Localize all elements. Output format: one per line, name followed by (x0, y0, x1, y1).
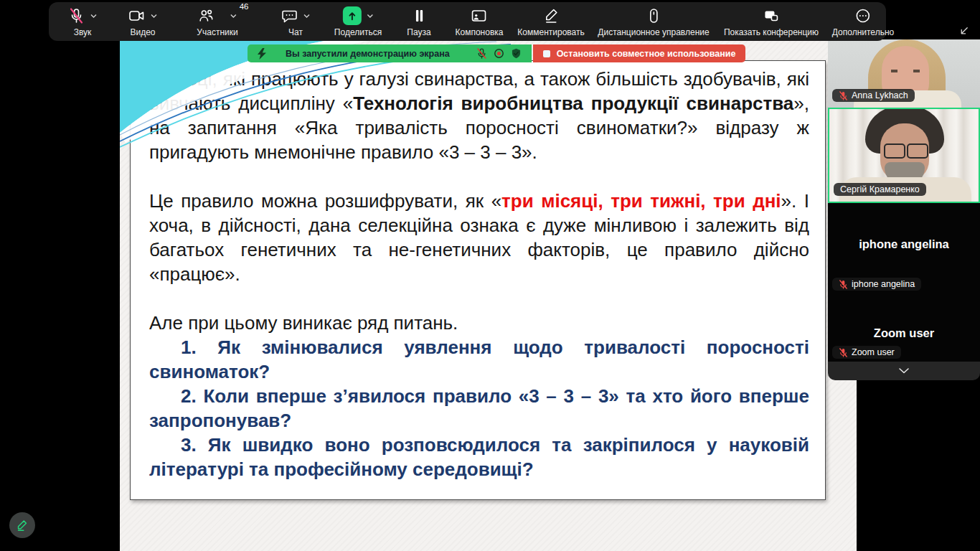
shared-screen-slide: Фахівці, які працюють у галузі свинарств… (120, 41, 857, 551)
toolbar-label-pause: Пауза (407, 27, 430, 37)
participant-center-name: iphone angelina (828, 237, 980, 251)
chevron-down-icon[interactable] (230, 13, 237, 19)
collapse-videos-button[interactable] (828, 362, 980, 380)
toolbar-button-remote-control[interactable]: Дистанционное управление (598, 6, 709, 37)
collapse-panel-icon[interactable] (958, 26, 969, 39)
toolbar-label-share: Поделиться (334, 27, 382, 37)
sharing-status: Вы запустили демонстрацию экрана (248, 44, 532, 62)
toolbar-label-audio: Звук (74, 27, 92, 37)
chevron-down-icon[interactable] (366, 13, 373, 19)
annotate-fab-button[interactable] (9, 512, 35, 538)
microphone-muted-icon (839, 280, 848, 289)
toolbar-label-remote-control: Дистанционное управление (598, 27, 709, 37)
microphone-muted-icon (839, 91, 848, 100)
paragraph-3: Але при цьому виникає ряд питань. (149, 311, 809, 335)
annotate-icon (542, 7, 560, 24)
pause-icon (410, 7, 428, 24)
toolbar-label-video: Видео (130, 27, 155, 37)
stop-share-label: Остановить совместное использование (557, 49, 736, 59)
stop-share-button[interactable]: Остановить совместное использование (533, 44, 746, 62)
stop-icon (543, 50, 550, 57)
meeting-toolbar: Звук Видео 46 Участники (49, 2, 886, 41)
security-shield-icon (511, 48, 522, 59)
sharing-status-text: Вы запустили демонстрацию экрана (286, 49, 450, 59)
participant-name-tag: Сергій Крамаренко (834, 183, 926, 196)
toolbar-button-chat[interactable]: Чат (281, 6, 311, 37)
remote-control-icon (645, 7, 662, 24)
toolbar-button-show-conference[interactable]: Показать конференцию (724, 6, 819, 37)
video-camera-icon (128, 7, 146, 24)
slide-text-box: Фахівці, які працюють у галузі свинарств… (130, 60, 826, 500)
chevron-down-icon[interactable] (90, 13, 98, 19)
question-1: 1. Як змінювалися уявлення щодо тривалос… (149, 335, 809, 384)
question-3: 3. Як швидко воно розповсюдилося та закр… (149, 433, 809, 481)
microphone-muted-icon (68, 7, 85, 24)
video-tile-iphone-angelina[interactable]: iphone angelina iphone angelina (828, 203, 980, 299)
toolbar-button-video[interactable]: Видео (128, 6, 158, 37)
participants-panel: Anna Lykhach Сергій Крамаренко iphone an… (828, 39, 980, 380)
participant-name-tag: Anna Lykhach (832, 89, 915, 102)
paragraph-1: Фахівці, які працюють у галузі свинарств… (149, 67, 809, 164)
toolbar-button-share[interactable]: Поделиться (334, 6, 382, 37)
video-tile-zoom-user[interactable]: Zoom user Zoom user (828, 299, 980, 362)
chevron-down-icon[interactable] (303, 13, 311, 19)
screen-share-banner: Вы запустили демонстрацию экрана Останов… (248, 44, 745, 62)
toolbar-label-more: Дополнительно (832, 27, 894, 37)
toolbar-label-layout: Компоновка (456, 27, 504, 37)
toolbar-button-layout[interactable]: Компоновка (456, 6, 504, 37)
paragraph-2: Це правило можна розшифрувати, як «три м… (149, 189, 809, 286)
more-icon (854, 7, 872, 24)
microphone-muted-icon (476, 48, 487, 59)
recording-icon (494, 48, 504, 59)
participants-count-badge: 46 (240, 2, 249, 11)
video-tile-serhii-kramarenko-active-speaker[interactable]: Сергій Крамаренко (828, 108, 980, 203)
chat-icon (281, 7, 298, 24)
participant-center-name: Zoom user (828, 326, 980, 340)
toolbar-button-audio[interactable]: Звук (68, 6, 98, 37)
show-conference-icon (763, 7, 780, 24)
participants-icon (197, 7, 215, 24)
toolbar-button-participants[interactable]: 46 Участники (197, 6, 237, 37)
zoom-meeting-window: Звук Видео 46 Участники (0, 0, 980, 551)
layout-icon (471, 7, 488, 24)
pencil-icon (15, 518, 29, 532)
participant-name-tag: Zoom user (832, 346, 901, 359)
share-screen-icon (342, 6, 361, 25)
toolbar-button-annotate[interactable]: Комментировать (517, 6, 584, 37)
lightning-icon (258, 48, 266, 60)
toolbar-button-pause[interactable]: Пауза (407, 6, 430, 37)
toolbar-label-participants: Участники (197, 27, 237, 37)
toolbar-label-show-conference: Показать конференцию (724, 27, 819, 37)
chevron-down-icon (898, 367, 910, 375)
microphone-muted-icon (839, 348, 848, 357)
video-tile-anna-lykhach[interactable]: Anna Lykhach (828, 39, 980, 108)
chevron-down-icon[interactable] (151, 13, 158, 19)
toolbar-label-chat: Чат (288, 27, 303, 37)
participant-name-tag: iphone angelina (832, 278, 921, 291)
glasses (884, 143, 905, 159)
toolbar-button-more[interactable]: Дополнительно (832, 6, 894, 37)
toolbar-label-annotate: Комментировать (517, 27, 584, 37)
question-2: 2. Коли вперше з’явилося правило «3 – 3 … (149, 384, 809, 433)
